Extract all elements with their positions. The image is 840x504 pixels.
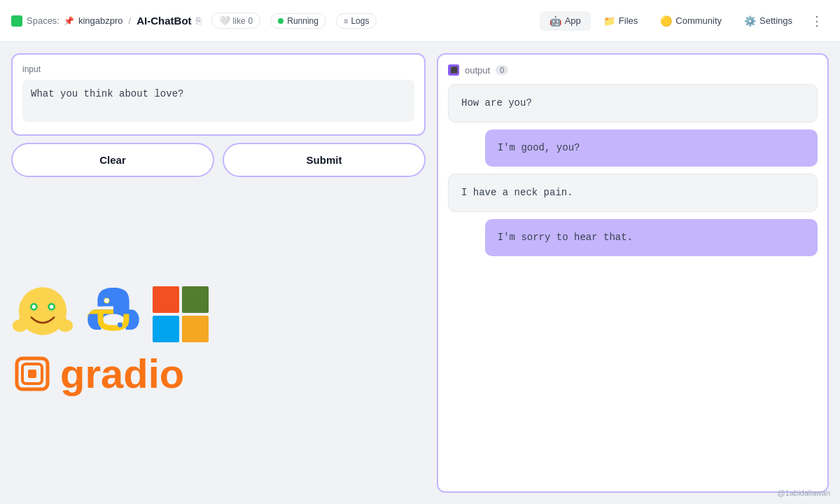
nav-app-button[interactable]: 🤖 App <box>540 11 591 31</box>
nav-username[interactable]: kingabzpro <box>78 15 123 26</box>
ms-square-yellow <box>182 316 209 342</box>
output-label: output <box>465 65 490 76</box>
svg-point-12 <box>118 323 122 327</box>
submit-button[interactable]: Submit <box>223 143 426 177</box>
gradio-row: gradio <box>11 353 184 395</box>
emoji-face <box>11 283 74 346</box>
input-label: input <box>22 64 414 74</box>
nav-separator: / <box>129 15 132 26</box>
copy-icon[interactable]: ⎘ <box>196 15 202 26</box>
status-text: Running <box>287 16 318 26</box>
nav-settings-label: Settings <box>760 15 792 26</box>
left-panel: input What you think about love? Clear S… <box>11 53 426 493</box>
app-name: AI-ChatBot <box>136 15 191 27</box>
logs-button[interactable]: ≡ Logs <box>336 13 377 29</box>
spaces-label: Spaces: <box>27 15 59 26</box>
svg-point-2 <box>32 304 36 308</box>
gradio-icon <box>11 353 53 395</box>
output-header: ⬛ output 0 <box>448 64 818 76</box>
like-count: 0 <box>248 16 253 26</box>
ms-square-green <box>182 286 209 313</box>
chat-container: How are you? I'm good, you? I have a nec… <box>448 84 818 482</box>
navbar: Spaces: 📌 kingabzpro / AI-ChatBot ⎘ 🤍 li… <box>0 0 840 42</box>
ms-square-blue <box>153 316 179 342</box>
nav-files-label: Files <box>619 15 638 26</box>
ms-square-red <box>153 286 179 313</box>
python-logo <box>85 285 141 344</box>
clear-button[interactable]: Clear <box>11 143 214 177</box>
input-box: input What you think about love? <box>11 53 426 136</box>
output-panel: ⬛ output 0 How are you? I'm good, you? I… <box>437 53 829 493</box>
output-count: 0 <box>496 65 508 75</box>
main-content: input What you think about love? Clear S… <box>0 42 840 504</box>
input-field[interactable]: What you think about love? <box>22 80 414 122</box>
nav-more-button[interactable]: ⋮ <box>805 9 829 33</box>
like-label: like <box>233 16 246 26</box>
logo-area: gradio <box>11 184 426 493</box>
chat-message-3: I have a neck pain. <box>448 174 818 212</box>
spaces-icon <box>11 15 22 27</box>
navbar-left: Spaces: 📌 kingabzpro / AI-ChatBot ⎘ 🤍 li… <box>11 13 540 29</box>
heart-icon: 🤍 <box>219 15 230 26</box>
chat-message-4: I'm sorry to hear that. <box>485 219 818 256</box>
navbar-right: 🤖 App 📁 Files 🟡 Community ⚙️ Settings ⋮ <box>540 9 829 33</box>
svg-rect-15 <box>28 370 36 378</box>
svg-point-6 <box>19 314 31 326</box>
svg-point-11 <box>104 298 108 302</box>
like-section[interactable]: 🤍 like 0 <box>211 13 261 29</box>
gradio-text: gradio <box>60 354 184 394</box>
chat-message-2: I'm good, you? <box>485 130 818 167</box>
output-icon: ⬛ <box>448 64 459 76</box>
status-badge: Running <box>270 13 326 29</box>
nav-community-label: Community <box>676 15 722 26</box>
button-row: Clear Submit <box>11 143 426 177</box>
svg-point-8 <box>54 314 66 326</box>
chat-message-1: How are you? <box>448 84 818 122</box>
logs-icon: ≡ <box>344 17 348 25</box>
pin-icon: 📌 <box>64 16 74 26</box>
community-icon: 🟡 <box>660 15 672 27</box>
nav-files-button[interactable]: 📁 Files <box>594 11 648 31</box>
nav-community-button[interactable]: 🟡 Community <box>650 11 732 31</box>
emoji-svg <box>11 283 74 346</box>
svg-point-4 <box>50 304 53 308</box>
watermark: @1abidaliawan <box>778 489 830 497</box>
logo-icons-row <box>11 283 209 346</box>
microsoft-logo <box>153 286 209 342</box>
nav-app-label: App <box>565 15 581 26</box>
app-icon: 🤖 <box>550 15 561 27</box>
settings-icon: ⚙️ <box>744 15 756 27</box>
nav-settings-button[interactable]: ⚙️ Settings <box>734 11 802 31</box>
files-icon: 📁 <box>603 15 615 27</box>
status-dot <box>278 18 284 24</box>
logs-label: Logs <box>351 16 369 26</box>
